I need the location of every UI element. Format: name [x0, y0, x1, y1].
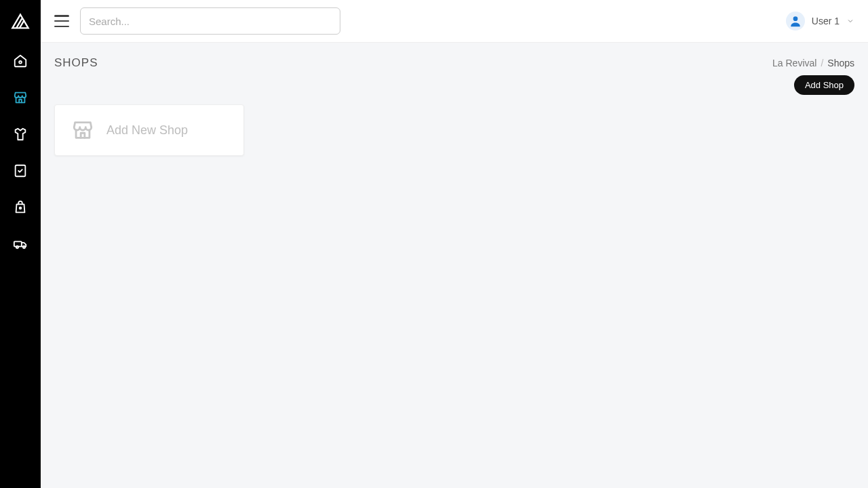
- sidebar-item-shipping[interactable]: [11, 235, 30, 253]
- page-title: SHOPS: [54, 56, 98, 70]
- add-new-shop-label: Add New Shop: [106, 123, 188, 138]
- svg-point-3: [20, 207, 22, 209]
- user-menu[interactable]: User 1: [786, 12, 854, 30]
- user-label: User 1: [812, 16, 840, 26]
- menu-toggle-icon[interactable]: [54, 15, 69, 27]
- sidebar-item-products[interactable]: [11, 125, 30, 144]
- search-wrap: [80, 7, 340, 35]
- sidebar-item-home[interactable]: [11, 52, 30, 70]
- topbar: User 1: [41, 0, 868, 43]
- app-logo-icon: [11, 12, 30, 31]
- breadcrumb: La Revival / Shops: [772, 58, 854, 68]
- breadcrumb-sep: /: [821, 58, 823, 68]
- breadcrumb-root[interactable]: La Revival: [772, 58, 816, 68]
- sidebar: [0, 0, 41, 488]
- chevron-down-icon: [846, 17, 854, 25]
- action-bar: Add Shop: [41, 75, 868, 102]
- add-shop-button[interactable]: Add Shop: [794, 75, 854, 95]
- add-new-shop-card[interactable]: Add New Shop: [54, 104, 244, 156]
- breadcrumb-current: Shops: [827, 58, 854, 68]
- sidebar-item-bags[interactable]: [11, 198, 30, 217]
- sidebar-item-shops[interactable]: [11, 88, 30, 107]
- page-header: SHOPS La Revival / Shops: [41, 43, 868, 75]
- shop-icon: [71, 119, 94, 142]
- content: Add New Shop: [41, 102, 868, 169]
- search-input[interactable]: [80, 7, 340, 35]
- sidebar-item-orders[interactable]: [11, 161, 30, 180]
- svg-point-1: [19, 61, 22, 64]
- main-area: User 1 SHOPS La Revival / Shops Add Shop: [41, 0, 868, 488]
- avatar-icon: [786, 12, 805, 30]
- svg-point-7: [793, 16, 797, 21]
